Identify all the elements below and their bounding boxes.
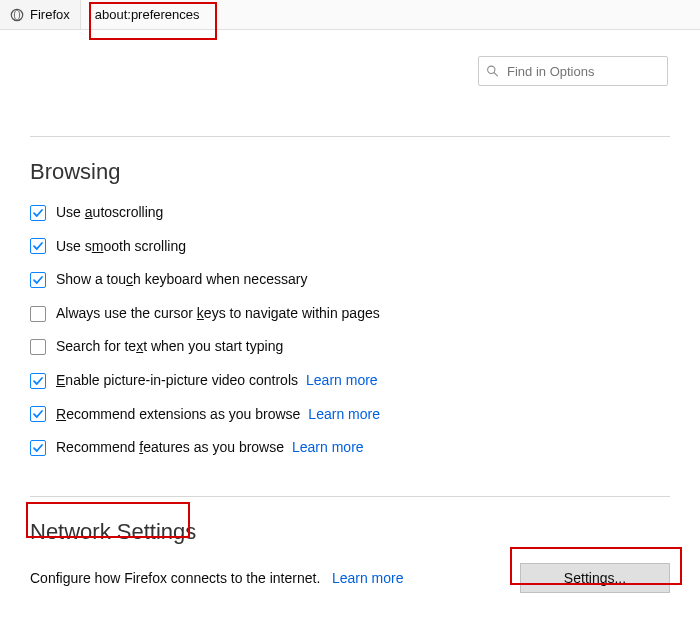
label-after: h keyboard when necessary	[133, 271, 307, 287]
checkbox[interactable]	[30, 238, 46, 254]
divider	[30, 136, 670, 137]
label-before: Use	[56, 204, 85, 220]
label-after: ecommend extensions as you browse	[66, 406, 300, 422]
label-accesskey: c	[126, 271, 133, 287]
label-before: Always use the cursor	[56, 305, 197, 321]
network-section: Network Settings Configure how Firefox c…	[30, 496, 670, 593]
label-after: t when you start typing	[143, 338, 283, 354]
label-after: eatures as you browse	[143, 439, 284, 455]
browsing-title: Browsing	[30, 159, 670, 185]
checkbox-row: Use autoscrolling	[30, 203, 670, 223]
label-before: Recommend	[56, 439, 139, 455]
label-after: ooth scrolling	[103, 238, 186, 254]
checkbox-label-wrap: Enable picture-in-picture video controls…	[56, 371, 378, 391]
learn-more-link[interactable]: Learn more	[292, 439, 364, 455]
checkbox-label[interactable]: Search for text when you start typing	[56, 338, 283, 354]
settings-button-accesskey: e	[573, 570, 581, 586]
search-icon	[486, 65, 499, 78]
checkbox-label-wrap: Show a touch keyboard when necessary	[56, 270, 307, 290]
browsing-section: Browsing Use autoscrollingUse smooth scr…	[30, 159, 670, 458]
settings-button[interactable]: Settings...	[520, 563, 670, 593]
network-row: Configure how Firefox connects to the in…	[30, 563, 670, 593]
checkbox-label-wrap: Recommend extensions as you browseLearn …	[56, 405, 380, 425]
checkbox-label-wrap: Recommend features as you browseLearn mo…	[56, 438, 364, 458]
svg-point-0	[11, 9, 22, 20]
checkbox-label[interactable]: Use smooth scrolling	[56, 238, 186, 254]
content-area: Browsing Use autoscrollingUse smooth scr…	[0, 30, 700, 593]
tab-bar: Firefox about:preferences	[0, 0, 700, 30]
svg-line-2	[494, 73, 497, 76]
label-accesskey: E	[56, 372, 65, 388]
checkbox-label[interactable]: Enable picture-in-picture video controls	[56, 372, 298, 388]
network-desc-wrap: Configure how Firefox connects to the in…	[30, 570, 404, 586]
checkbox[interactable]	[30, 205, 46, 221]
label-accesskey: R	[56, 406, 66, 422]
checkbox-label-wrap: Use autoscrolling	[56, 203, 163, 223]
network-learn-more[interactable]: Learn more	[332, 570, 404, 586]
address-bar[interactable]: about:preferences	[81, 0, 214, 29]
label-after: eys to navigate within pages	[204, 305, 380, 321]
checkbox-row: Recommend features as you browseLearn mo…	[30, 438, 670, 458]
learn-more-link[interactable]: Learn more	[308, 406, 380, 422]
checkbox-label[interactable]: Recommend features as you browse	[56, 439, 284, 455]
checkbox-row: Always use the cursor keys to navigate w…	[30, 304, 670, 324]
label-before: Use s	[56, 238, 92, 254]
network-description: Configure how Firefox connects to the in…	[30, 570, 320, 586]
checkbox-row: Search for text when you start typing	[30, 337, 670, 357]
checkbox-label-wrap: Use smooth scrolling	[56, 237, 186, 257]
checkbox[interactable]	[30, 339, 46, 355]
label-accesskey: k	[197, 305, 204, 321]
search-input[interactable]	[478, 56, 668, 86]
label-after: utoscrolling	[93, 204, 164, 220]
learn-more-link[interactable]: Learn more	[306, 372, 378, 388]
checkbox-label-wrap: Search for text when you start typing	[56, 337, 283, 357]
label-after: nable picture-in-picture video controls	[65, 372, 298, 388]
checkbox-row: Show a touch keyboard when necessary	[30, 270, 670, 290]
settings-button-after: ttings...	[581, 570, 626, 586]
checkbox-row: Recommend extensions as you browseLearn …	[30, 405, 670, 425]
label-accesskey: a	[85, 204, 93, 220]
label-before: Search for te	[56, 338, 136, 354]
checkbox-label[interactable]: Always use the cursor keys to navigate w…	[56, 305, 380, 321]
firefox-icon	[10, 8, 24, 22]
checkbox-label[interactable]: Use autoscrolling	[56, 204, 163, 220]
address-text: about:preferences	[95, 7, 200, 22]
search-box	[478, 56, 668, 86]
search-wrap	[30, 56, 668, 86]
checkbox-label-wrap: Always use the cursor keys to navigate w…	[56, 304, 380, 324]
label-before: Show a tou	[56, 271, 126, 287]
checkbox-label[interactable]: Show a touch keyboard when necessary	[56, 271, 307, 287]
firefox-tab-label: Firefox	[30, 7, 70, 22]
network-title: Network Settings	[30, 519, 670, 545]
settings-button-before: S	[564, 570, 573, 586]
checkbox-row: Use smooth scrolling	[30, 237, 670, 257]
firefox-tab[interactable]: Firefox	[0, 0, 81, 29]
checkbox[interactable]	[30, 373, 46, 389]
label-accesskey: m	[92, 238, 104, 254]
checkbox[interactable]	[30, 406, 46, 422]
checkbox[interactable]	[30, 306, 46, 322]
checkbox-row: Enable picture-in-picture video controls…	[30, 371, 670, 391]
checkbox[interactable]	[30, 440, 46, 456]
checkbox[interactable]	[30, 272, 46, 288]
checkbox-label[interactable]: Recommend extensions as you browse	[56, 406, 300, 422]
divider-network	[30, 496, 670, 497]
